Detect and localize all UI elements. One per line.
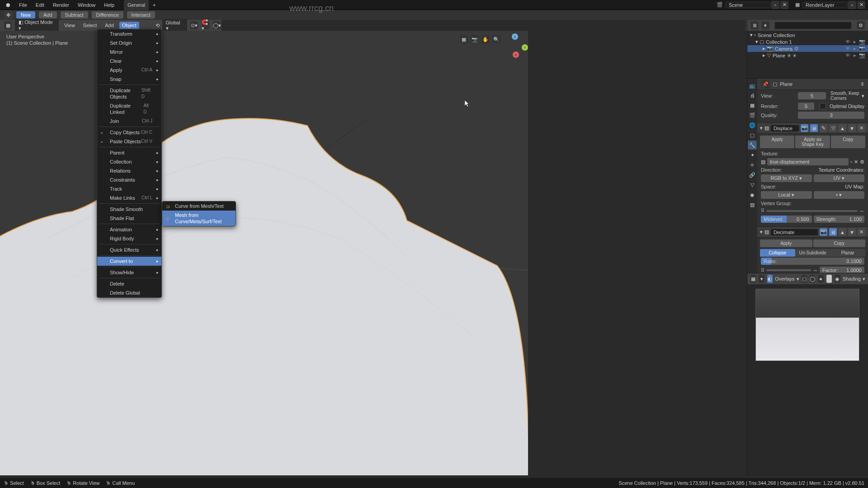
tab-physics-icon[interactable]: ⚛ <box>748 160 757 169</box>
tree-collection1[interactable]: ▾ ▢ Collection 1👁▸📷 <box>747 38 868 45</box>
prev-overlays-label[interactable]: Overlays <box>775 276 794 282</box>
view-camera-icon[interactable]: 📷 <box>471 35 479 43</box>
objmenu-collection[interactable]: Collection <box>97 157 161 166</box>
snap-icon[interactable]: 🧲▾ <box>202 21 209 29</box>
tab-data-icon[interactable]: ▽ <box>748 180 757 189</box>
decimate-name[interactable]: Decimate <box>771 229 818 235</box>
menu-file[interactable]: File <box>15 0 31 10</box>
outliner-type-icon[interactable]: ≣ <box>750 21 759 29</box>
optimal-check[interactable] <box>820 103 826 109</box>
objmenu-convert-to[interactable]: Convert to <box>97 257 161 266</box>
convert-mesh-from-curve-meta-surf-text[interactable]: ▽Mesh from Curve/Meta/Surf/Text <box>162 211 236 226</box>
scene-new-icon[interactable]: ▫ <box>771 1 779 9</box>
objmenu-set-origin[interactable]: Set Origin <box>97 38 161 47</box>
disp-apply-button[interactable]: Apply <box>760 136 794 148</box>
disp-copy-button[interactable]: Copy <box>831 136 865 148</box>
menu-help[interactable]: Help <box>100 0 118 10</box>
tex-show-icon[interactable]: ⚙ <box>860 159 864 165</box>
quality-value[interactable]: 3 <box>798 112 864 119</box>
dec-planar-tab[interactable]: Planar <box>830 249 865 257</box>
objmenu-transform[interactable]: Transform <box>97 29 161 38</box>
objmenu-clear[interactable]: Clear <box>97 56 161 66</box>
objmenu-copy-objects[interactable]: ▫Copy ObjectsCtrl C <box>97 128 161 137</box>
objmenu-make-links[interactable]: Make LinksCtrl L <box>97 193 161 202</box>
outliner-filter-icon[interactable]: ⚙ <box>857 21 865 29</box>
displace-header[interactable]: ▾▨ Displace 📷 🖥 ✎ ▽ ▲ ▼ ✕ <box>757 122 868 134</box>
convert-curve-from-mesh-text[interactable]: ⊃Curve from Mesh/Text <box>162 202 236 211</box>
scene-del-icon[interactable]: ✕ <box>780 1 788 9</box>
workspace-tab[interactable]: General <box>124 0 149 10</box>
tab-particle-icon[interactable]: ✦ <box>748 150 757 160</box>
prev-lookdev-icon[interactable]: ◐ <box>826 275 832 283</box>
prev-rendered-icon[interactable]: ◉ <box>835 275 840 283</box>
disp-up-icon[interactable]: ▲ <box>839 124 846 132</box>
layer-new-icon[interactable]: ▫ <box>848 1 856 9</box>
hdr-select[interactable]: Select <box>80 23 100 28</box>
tree-scene-collection[interactable]: ▾ ▫ Scene Collection <box>747 32 868 38</box>
tab-viewlayer-icon[interactable]: ▦ <box>748 101 757 110</box>
prev-menu-icon[interactable]: ▾ <box>759 275 764 283</box>
menu-window[interactable]: Window <box>74 0 99 10</box>
obj-name[interactable]: Plane <box>780 81 858 87</box>
objmenu-parent[interactable]: Parent <box>97 148 161 157</box>
layer-field[interactable]: RenderLayer <box>802 2 848 8</box>
tex-value[interactable]: true-displacement <box>767 158 849 165</box>
dec-unsub-tab[interactable]: Un-Subdivide <box>795 249 830 257</box>
blender-icon[interactable]: ⬢ <box>2 0 14 10</box>
factor-value[interactable]: Factor:1.0000 <box>820 267 864 273</box>
disp-applysk-button[interactable]: Apply as Shape Key <box>795 136 830 148</box>
dec-realtime-icon[interactable]: 🖥 <box>829 228 837 236</box>
objmenu-paste-objects[interactable]: ▫Paste ObjectsCtrl V <box>97 137 161 146</box>
tab-render-icon[interactable]: 📺 <box>748 81 757 90</box>
dec-up-icon[interactable]: ▲ <box>839 228 846 236</box>
3d-viewport[interactable]: User Perspective (1) Scene Collection | … <box>0 31 528 475</box>
scene-field[interactable]: Scene <box>726 2 771 8</box>
prev-wire-icon[interactable]: ◯ <box>810 275 815 283</box>
view-zoom-icon[interactable]: 🔍 <box>492 35 500 43</box>
gizmo-x-icon[interactable]: X <box>513 52 519 58</box>
render-value[interactable]: 5 <box>798 103 814 110</box>
objmenu-constraints[interactable]: Constraints <box>97 175 161 184</box>
objmenu-join[interactable]: JoinCtrl J <box>97 117 161 126</box>
objmenu-track[interactable]: Track <box>97 184 161 193</box>
tab-constraint-icon[interactable]: 🔗 <box>748 170 757 179</box>
objmenu-relations[interactable]: Relations <box>97 166 161 175</box>
dir-value[interactable]: RGB to XYZ ▾ <box>761 174 812 182</box>
tab-output-icon[interactable]: 🖨 <box>748 91 757 100</box>
prev-overlays-icon[interactable]: ◐ <box>767 275 773 283</box>
decimate-header[interactable]: ▾▨ Decimate 📷 🖥 ▲ ▼ ✕ <box>757 226 868 238</box>
midlevel-slider[interactable]: Midlevel:0.500 <box>761 216 812 223</box>
tab-modifier-icon[interactable]: 🔧 <box>748 141 757 150</box>
mode-selector[interactable]: ◧ Object Mode ▾ <box>15 19 59 32</box>
disp-close-icon[interactable]: ✕ <box>858 124 865 132</box>
tex-new-icon[interactable]: ▫ <box>850 159 852 164</box>
tex-unlink-icon[interactable]: ✕ <box>854 159 858 165</box>
view-layers-icon[interactable]: ▦ <box>460 35 468 43</box>
prev-type-icon[interactable]: ▦ <box>750 275 756 283</box>
expand-icon[interactable]: ⇕ <box>860 81 864 87</box>
objmenu-shade-flat[interactable]: Shade Flat <box>97 214 161 223</box>
dec-apply-button[interactable]: Apply <box>760 239 812 247</box>
tab-material-icon[interactable]: ◉ <box>748 190 757 199</box>
tab-scene-icon[interactable]: 🎬 <box>748 111 757 120</box>
editor-type-icon[interactable]: ▦ <box>4 21 12 29</box>
tab-object-icon[interactable]: ▢ <box>748 131 757 140</box>
tool-cursor-icon[interactable]: ✥ <box>4 11 12 19</box>
pin-icon[interactable]: 📌 <box>761 80 769 88</box>
vg-invert-icon[interactable]: ↔ <box>859 208 864 214</box>
dec-render-icon[interactable]: 📷 <box>820 228 827 236</box>
nav-gizmo[interactable]: Z Y X <box>502 33 528 60</box>
objmenu-rigid-body[interactable]: Rigid Body <box>97 234 161 243</box>
dec-collapse-tab[interactable]: Collapse <box>760 249 795 257</box>
proportional-icon[interactable]: ◯▾ <box>213 21 221 29</box>
sel-icon[interactable]: ▸ <box>852 39 858 45</box>
space-value[interactable]: Local ▾ <box>761 191 812 199</box>
dec-close-icon[interactable]: ✕ <box>858 228 865 236</box>
objmenu-snap[interactable]: Snap <box>97 75 161 84</box>
pivot-icon[interactable]: ⊙▾ <box>190 21 198 29</box>
hdr-view[interactable]: View <box>61 23 78 28</box>
vg2-invert-icon[interactable]: ↔ <box>813 267 818 273</box>
objmenu-show-hide[interactable]: Show/Hide <box>97 268 161 277</box>
menu-edit[interactable]: Edit <box>32 0 48 10</box>
bool-subtract-button[interactable]: Subtract <box>61 11 88 19</box>
